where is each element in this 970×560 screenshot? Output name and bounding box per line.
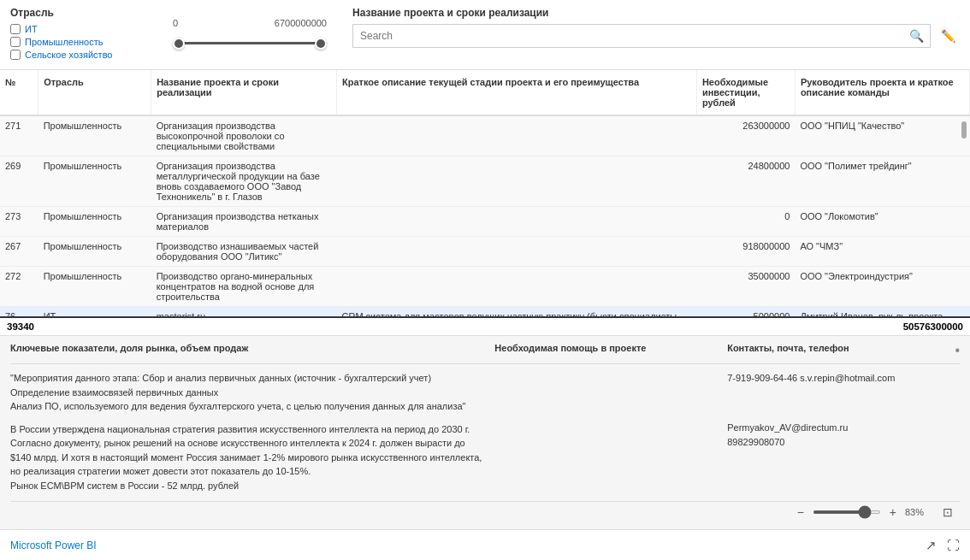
filter-option-it[interactable]: ИТ [10, 24, 147, 34]
cell-invest: 35000000 [696, 267, 795, 307]
col-header-invest: Необходимые инвестиции, рублей [696, 70, 795, 115]
cell-project: Организация производства нетканых матери… [151, 207, 337, 237]
col-header-num: № [0, 70, 38, 115]
power-bi-link[interactable]: Microsoft Power BI [10, 539, 97, 551]
search-input[interactable] [352, 24, 931, 48]
filter-label-it: ИТ [25, 24, 38, 34]
cell-num: 269 [0, 156, 38, 207]
filter-checkbox-industry[interactable] [10, 37, 21, 47]
detail-col2-header: Необходимая помощь в проекте [494, 343, 727, 353]
cell-num: 271 [0, 115, 38, 156]
detail-options-icon[interactable]: • [955, 343, 960, 358]
slider-thumb-right[interactable] [315, 38, 327, 50]
table-header-row: № Отрасль Название проекта и сроки реали… [0, 70, 970, 115]
scrollbar[interactable] [961, 121, 967, 139]
cell-industry: Промышленность [38, 156, 151, 207]
cell-desc [337, 115, 697, 156]
detail-block1: "Мероприятия данного этапа: Сбор и анали… [10, 371, 494, 414]
fit-to-screen-icon[interactable]: ⊡ [943, 505, 953, 519]
filter-checkbox-it[interactable] [10, 24, 21, 34]
cell-desc [337, 207, 697, 237]
footer-total-count: 39340 [7, 321, 34, 332]
cell-project: Производство изнашиваемых частей оборудо… [151, 237, 337, 267]
detail-block2: В России утверждена национальная стратег… [10, 422, 494, 493]
cell-project: masterist.ru [151, 307, 337, 317]
cell-manager: ООО "НПИЦ "Качество" [795, 115, 969, 156]
filter-label-agriculture: Сельское хозяйство [25, 50, 112, 60]
table-row[interactable]: 272 Промышленность Производство органо-м… [0, 267, 970, 307]
data-table-section: № Отрасль Название проекта и сроки реали… [0, 70, 970, 335]
footer-icons: ↗ ⛶ [926, 538, 960, 553]
cell-project: Производство органо-минеральных концентр… [151, 267, 337, 307]
cell-manager: АО "ЧМЗ" [795, 237, 969, 267]
slider-min-value: 0 [173, 18, 178, 28]
cell-manager: ООО "Локомотив" [795, 207, 969, 237]
search-section-title: Название проекта и сроки реализации [352, 7, 960, 19]
table-row-highlighted[interactable]: 76 ИТ masterist.ru CRM система для масте… [0, 307, 970, 317]
cell-desc [337, 267, 697, 307]
cell-industry: Промышленность [38, 115, 151, 156]
cell-industry: Промышленность [38, 207, 151, 237]
table-row[interactable]: 267 Промышленность Производство изнашива… [0, 237, 970, 267]
slider-track[interactable] [173, 35, 327, 52]
cell-desc [337, 156, 697, 207]
cell-invest: 0 [696, 207, 795, 237]
detail-col3-header: Контакты, почта, телефон [727, 343, 960, 353]
investment-slider-section: 0 6700000000 [164, 7, 335, 62]
fullscreen-icon[interactable]: ⛶ [947, 538, 960, 553]
search-icon[interactable]: 🔍 [909, 29, 924, 43]
detail-contact2-text: Permyakov_AV@directum.ru 89829908070 [727, 421, 960, 451]
cell-num: 267 [0, 237, 38, 267]
zoom-plus-button[interactable]: + [886, 505, 900, 519]
col-header-manager: Руководитель проекта и краткое описание … [795, 70, 969, 115]
cell-project: Организация производства металлургическо… [151, 156, 337, 207]
filter-title: Отрасль [10, 7, 147, 19]
cell-invest: 263000000 [696, 115, 795, 156]
zoom-bar: − + 83% ⊡ [10, 501, 960, 522]
zoom-minus-button[interactable]: − [794, 505, 807, 519]
footer-total-invest: 50576300000 [903, 321, 963, 332]
detail-contact1: 7-919-909-64-46 s.v.repin@hotmail.com [727, 371, 960, 386]
share-icon[interactable]: ↗ [926, 538, 937, 553]
table-row[interactable]: 271 Промышленность Организация производс… [0, 115, 970, 156]
cell-manager: Дмитрий Иванов, рук-ль проекта [795, 307, 969, 317]
slider-max-value: 6700000000 [275, 18, 327, 28]
detail-contact2: Permyakov_AV@directum.ru 89829908070 [727, 421, 960, 451]
cell-industry: Промышленность [38, 237, 151, 267]
cell-num: 272 [0, 267, 38, 307]
detail-text-col2 [494, 371, 727, 501]
filter-option-agriculture[interactable]: Сельское хозяйство [10, 50, 147, 60]
detail-panel: • Ключевые показатели, доля рынка, объем… [0, 335, 970, 529]
table-footer: 39340 50576300000 [0, 316, 970, 335]
detail-text-col3: 7-919-909-64-46 s.v.repin@hotmail.com Pe… [727, 371, 960, 501]
cell-invest: 5000000 [696, 307, 795, 317]
projects-table: № Отрасль Название проекта и сроки реали… [0, 70, 970, 316]
col-header-industry: Отрасль [38, 70, 151, 115]
detail-col1-header: Ключевые показатели, доля рынка, объем п… [10, 343, 494, 353]
filter-option-industry[interactable]: Промышленность [10, 37, 147, 47]
cell-manager: ООО "Полимет трейдинг" [795, 156, 969, 207]
table-row[interactable]: 273 Промышленность Организация производс… [0, 207, 970, 237]
search-section: Название проекта и сроки реализации 🔍 ✏️ [352, 7, 960, 62]
cell-industry: Промышленность [38, 267, 151, 307]
edit-icon[interactable]: ✏️ [936, 24, 960, 48]
col-header-project: Название проекта и сроки реализации [151, 70, 337, 115]
cell-desc [337, 237, 697, 267]
table-row[interactable]: 269 Промышленность Организация производс… [0, 156, 970, 207]
footer-bar: Microsoft Power BI ↗ ⛶ [0, 529, 970, 560]
cell-project: Организация производства высокопрочной п… [151, 115, 337, 156]
zoom-percent-label: 83% [905, 507, 931, 517]
cell-desc: CRM система для мастеров ведущих частную… [337, 307, 697, 317]
cell-invest: 918000000 [696, 237, 795, 267]
detail-block2-text: В России утверждена национальная стратег… [10, 424, 482, 491]
filter-checkbox-agriculture[interactable] [10, 50, 21, 60]
filter-label-industry: Промышленность [25, 37, 104, 47]
zoom-slider[interactable] [813, 510, 881, 514]
cell-num: 273 [0, 207, 38, 237]
detail-text-col1: "Мероприятия данного этапа: Сбор и анали… [10, 371, 494, 501]
cell-num: 76 [0, 307, 38, 317]
cell-industry: ИТ [38, 307, 151, 317]
cell-manager: ООО "Электроиндустрия" [795, 267, 969, 307]
detail-block1-text: "Мероприятия данного этапа: Сбор и анали… [10, 373, 466, 411]
slider-thumb-left[interactable] [173, 38, 185, 50]
